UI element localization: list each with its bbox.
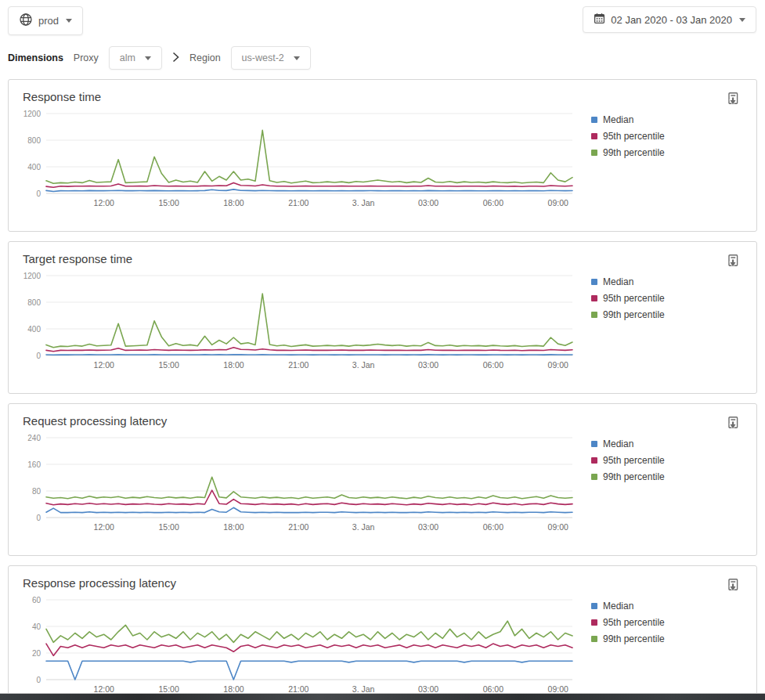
x-tick-label: 21:00 — [288, 360, 309, 370]
chart-canvas-container: 0400800120012:0015:0018:0021:003. Jan03:… — [23, 269, 580, 376]
legend-item[interactable]: Median — [591, 276, 731, 287]
line-chart[interactable]: 0400800120012:0015:0018:0021:003. Jan03:… — [23, 107, 580, 211]
proxy-label: Proxy — [74, 52, 99, 63]
legend: Median95th percentile99th percentile — [591, 431, 731, 538]
series-line-95th-percentile — [46, 182, 572, 187]
export-report-icon — [727, 578, 739, 592]
chart-area: 08016024012:0015:0018:0021:003. Jan03:00… — [23, 431, 742, 538]
legend-label: Median — [603, 438, 633, 449]
legend-label: 99th percentile — [603, 147, 665, 158]
legend-label: Median — [603, 601, 633, 612]
legend-item[interactable]: 99th percentile — [591, 309, 731, 320]
environment-dropdown[interactable]: prod — [8, 6, 83, 35]
series-line-median — [46, 507, 572, 512]
x-tick-label: 03:00 — [418, 360, 438, 370]
series-line-99th-percentile — [46, 130, 572, 183]
export-chart-button[interactable] — [727, 254, 739, 268]
chevron-down-icon — [66, 19, 72, 23]
panel-response-time: Response time 0400800120012:0015:0018:00… — [8, 79, 757, 232]
series-line-99th-percentile — [46, 294, 572, 348]
legend-item[interactable]: Median — [591, 114, 731, 125]
x-tick-label: 03:00 — [418, 198, 438, 207]
x-tick-label: 21:00 — [288, 522, 309, 532]
x-tick-label: 12:00 — [94, 522, 114, 532]
y-tick-label: 800 — [27, 136, 41, 145]
legend-item[interactable]: 95th percentile — [591, 131, 731, 142]
legend-label: Median — [603, 114, 633, 125]
y-tick-label: 160 — [27, 460, 41, 469]
date-range-label: 02 Jan 2020 - 03 Jan 2020 — [611, 14, 732, 26]
proxy-dropdown[interactable]: alm — [109, 46, 162, 70]
panel-target-response-time: Target response time 0400800120012:0015:… — [8, 241, 757, 394]
y-tick-label: 80 — [32, 487, 41, 496]
series-line-95th-percentile — [46, 348, 572, 352]
export-chart-button[interactable] — [727, 416, 739, 430]
environment-label: prod — [38, 15, 59, 27]
legend-swatch-icon — [591, 295, 597, 301]
legend-item[interactable]: 99th percentile — [591, 147, 731, 158]
region-value: us-west-2 — [242, 52, 284, 63]
series-line-99th-percentile — [46, 477, 572, 499]
y-tick-label: 0 — [36, 514, 41, 522]
y-tick-label: 0 — [36, 189, 41, 198]
legend-label: 99th percentile — [603, 309, 665, 320]
legend-item[interactable]: 99th percentile — [591, 471, 731, 482]
export-chart-button[interactable] — [727, 578, 739, 592]
line-chart[interactable]: 020406012:0015:0018:0021:003. Jan03:0006… — [23, 594, 580, 697]
x-tick-label: 06:00 — [483, 198, 503, 207]
x-tick-label: 12:00 — [94, 198, 114, 207]
export-report-icon — [727, 416, 739, 430]
chart-area: 0400800120012:0015:0018:0021:003. Jan03:… — [23, 269, 742, 376]
legend-item[interactable]: Median — [591, 601, 731, 612]
chart-area: 020406012:0015:0018:0021:003. Jan03:0006… — [23, 594, 742, 700]
legend: Median95th percentile99th percentile — [591, 269, 731, 376]
export-chart-button[interactable] — [727, 92, 739, 106]
x-tick-label: 12:00 — [94, 360, 114, 370]
legend-label: 95th percentile — [603, 617, 665, 628]
legend-label: 95th percentile — [603, 455, 665, 466]
y-tick-label: 400 — [27, 163, 41, 171]
legend-swatch-icon — [591, 312, 597, 318]
legend-swatch-icon — [591, 636, 597, 642]
top-toolbar: prod 02 Jan 2020 - 03 Jan 2020 — [0, 0, 765, 35]
series-line-99th-percentile — [46, 621, 572, 642]
legend-item[interactable]: 99th percentile — [591, 633, 731, 644]
y-tick-label: 1200 — [23, 110, 41, 118]
legend-label: 99th percentile — [603, 633, 665, 644]
legend-swatch-icon — [591, 441, 597, 447]
x-tick-label: 15:00 — [158, 360, 179, 370]
x-tick-label: 09:00 — [548, 522, 568, 532]
y-tick-label: 40 — [32, 622, 41, 631]
x-tick-label: 06:00 — [483, 522, 503, 532]
x-tick-label: 18:00 — [223, 360, 244, 370]
legend-swatch-icon — [591, 279, 597, 285]
dimensions-title: Dimensions — [8, 52, 63, 63]
series-line-median — [46, 189, 572, 192]
x-tick-label: 09:00 — [548, 360, 568, 370]
legend-swatch-icon — [591, 474, 597, 480]
legend: Median95th percentile99th percentile — [591, 107, 731, 214]
line-chart[interactable]: 0400800120012:0015:0018:0021:003. Jan03:… — [23, 269, 580, 373]
series-line-median — [46, 355, 572, 355]
region-label: Region — [189, 52, 221, 63]
legend-swatch-icon — [591, 150, 597, 156]
y-tick-label: 400 — [27, 325, 41, 334]
region-dropdown[interactable]: us-west-2 — [231, 46, 311, 70]
legend-swatch-icon — [591, 457, 597, 464]
export-report-icon — [727, 254, 739, 268]
legend-item[interactable]: Median — [591, 438, 731, 449]
date-range-picker[interactable]: 02 Jan 2020 - 03 Jan 2020 — [583, 6, 756, 33]
legend-item[interactable]: 95th percentile — [591, 617, 731, 628]
series-line-median — [46, 661, 572, 680]
legend-item[interactable]: 95th percentile — [591, 293, 731, 304]
line-chart[interactable]: 08016024012:0015:0018:0021:003. Jan03:00… — [23, 431, 580, 535]
chevron-down-icon — [739, 18, 745, 22]
legend-swatch-icon — [591, 117, 597, 123]
x-tick-label: 3. Jan — [352, 198, 375, 207]
x-tick-label: 15:00 — [158, 522, 179, 532]
panel-title: Request processing latency — [23, 414, 742, 428]
chart-canvas-container: 020406012:0015:0018:0021:003. Jan03:0006… — [23, 594, 580, 700]
globe-icon — [19, 13, 33, 29]
legend-item[interactable]: 95th percentile — [591, 455, 731, 466]
panel-response-processing-latency: Response processing latency 020406012:00… — [8, 565, 757, 700]
